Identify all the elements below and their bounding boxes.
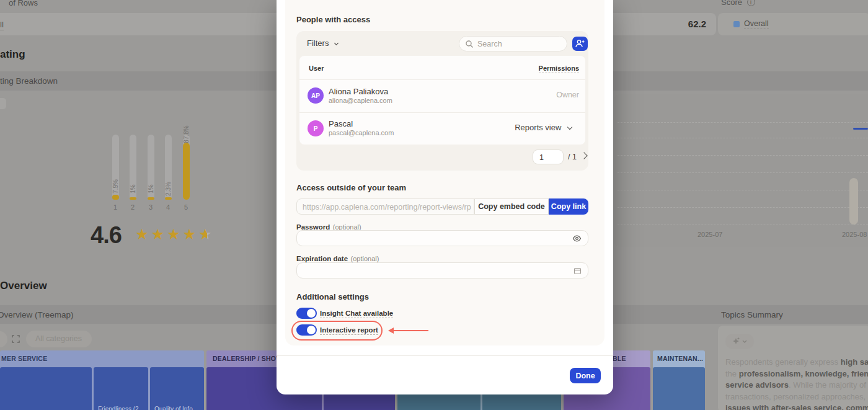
treemap-block[interactable] bbox=[0, 367, 92, 410]
star-icon: ★★★★ bbox=[135, 226, 198, 243]
topics-text-line: transactions, personalized approaches, a… bbox=[725, 391, 868, 403]
chevron-down-icon bbox=[334, 41, 339, 45]
bar-fill bbox=[112, 195, 119, 200]
avatar: AP bbox=[308, 87, 324, 104]
page-total: / 1 bbox=[568, 153, 577, 161]
insight-chat-toggle[interactable] bbox=[296, 308, 317, 319]
user-name: Pascal bbox=[329, 119, 353, 128]
info-icon: i bbox=[747, 0, 755, 6]
topics-summary-text: Respondents generally express high satis… bbox=[725, 357, 868, 410]
access-outside-heading: Access outside of your team bbox=[296, 183, 406, 192]
bar-tick-label: 5 bbox=[180, 203, 192, 211]
bar-tick-label: 2 bbox=[126, 203, 139, 211]
gridline bbox=[618, 225, 868, 225]
permission-static: Owner bbox=[556, 91, 579, 99]
trend-hover-bar bbox=[849, 178, 858, 225]
topics-text-line: issues with after-sales service, communi… bbox=[725, 403, 868, 410]
annotation-arrow-head bbox=[388, 328, 394, 334]
column-header-user: User bbox=[309, 65, 324, 72]
filters-dropdown[interactable]: Filters bbox=[307, 38, 338, 48]
ai-summary-button[interactable] bbox=[725, 334, 754, 349]
annotation-arrow bbox=[393, 330, 428, 331]
cut-control-button[interactable] bbox=[0, 331, 7, 347]
all-categories-dropdown[interactable]: All categories bbox=[26, 331, 92, 347]
permission-dropdown[interactable]: Reports view bbox=[515, 123, 572, 132]
score-value: 62.2 bbox=[688, 19, 706, 29]
bar-value-label: 87.8% bbox=[183, 125, 190, 143]
rating-heading: ating bbox=[0, 48, 25, 61]
fullscreen-button[interactable] bbox=[9, 332, 23, 346]
overview-heading: Overview bbox=[0, 280, 47, 292]
user-email: aliona@caplena.com bbox=[329, 97, 392, 104]
chevron-down-icon bbox=[567, 125, 572, 130]
table-row: P Pascal pascal@caplena.com Reports view bbox=[299, 112, 585, 145]
search-placeholder: Search bbox=[477, 40, 502, 48]
user-name: Aliona Paliakova bbox=[329, 87, 388, 96]
add-user-button[interactable] bbox=[572, 37, 588, 51]
share-link-input[interactable]: https://app.caplena.com/reporting/report… bbox=[296, 198, 474, 215]
bar-value-label: 1% bbox=[148, 184, 154, 193]
annotation-highlight-box bbox=[291, 321, 383, 341]
expiration-date-input[interactable] bbox=[296, 262, 588, 279]
bar-fill bbox=[130, 197, 136, 200]
fullscreen-icon bbox=[9, 332, 23, 346]
avatar: P bbox=[308, 120, 324, 136]
legend-card: Overall bbox=[718, 13, 868, 35]
bar-fill bbox=[165, 197, 172, 200]
bar-track: 87.8% bbox=[183, 135, 190, 200]
user-email: pascal@caplena.com bbox=[329, 129, 394, 136]
calendar-icon[interactable] bbox=[574, 267, 582, 275]
bar-value-label: 2.3% bbox=[165, 182, 172, 196]
treemap-group-customer-service[interactable]: MER SERVICE Friendliness (2... Quality o… bbox=[0, 350, 204, 410]
add-user-icon bbox=[572, 37, 588, 51]
eye-icon[interactable] bbox=[572, 234, 582, 243]
legend-swatch bbox=[733, 21, 740, 27]
topics-text-line: the professionalism, knowledge, friendli… bbox=[725, 368, 868, 380]
topics-text-line: service advisors. While the majority of … bbox=[725, 380, 868, 391]
gridline bbox=[618, 138, 868, 138]
x-tick-2025-08: 2025-08 bbox=[842, 231, 867, 238]
bar-track: 1% bbox=[130, 135, 136, 200]
treemap-block[interactable] bbox=[653, 367, 705, 410]
password-input[interactable] bbox=[296, 230, 588, 246]
rating-panel-title: ting Breakdown bbox=[0, 76, 58, 86]
rating-bar-chart: 7.9%11%21%32.3%487.8%5 bbox=[0, 91, 273, 215]
treemap-block[interactable]: Quality of Info... bbox=[150, 367, 204, 410]
next-page-button[interactable] bbox=[580, 152, 587, 159]
gridline bbox=[618, 155, 868, 156]
bar-fill bbox=[148, 197, 154, 200]
copy-embed-code-button[interactable]: Copy embed code bbox=[474, 198, 549, 215]
gridline bbox=[618, 207, 868, 208]
divider bbox=[277, 355, 613, 356]
page-number-input[interactable]: 1 bbox=[533, 149, 564, 164]
treemap-block[interactable]: Friendliness (2... bbox=[94, 367, 148, 410]
treemap-group-maintenance[interactable]: MAINTENAN... bbox=[653, 350, 705, 410]
column-header-permissions: Permissions bbox=[539, 65, 579, 73]
legend-item-overall[interactable]: Overall bbox=[744, 19, 769, 29]
column-header-rows: of Rows bbox=[9, 0, 38, 7]
row-label-all[interactable]: ll bbox=[0, 20, 4, 30]
gridline bbox=[618, 190, 868, 190]
bar-tick-label: 4 bbox=[162, 203, 174, 211]
bar-track: 1% bbox=[148, 135, 154, 200]
treemap-panel-title: Overview (Treemap) bbox=[0, 310, 74, 319]
copy-link-button[interactable]: Copy link bbox=[549, 198, 588, 215]
done-button[interactable]: Done bbox=[570, 368, 601, 383]
gridline bbox=[618, 122, 868, 123]
people-card: Filters Search User Permissions AP bbox=[296, 31, 588, 171]
topics-text-line: Respondents generally express high satis… bbox=[725, 357, 868, 368]
column-header-score: Score i bbox=[721, 0, 755, 7]
share-report-modal: People with access Filters Search User bbox=[277, 0, 613, 394]
star-rating: ★★★★★★ bbox=[135, 227, 215, 242]
rating-average: 4.6 bbox=[91, 222, 122, 249]
people-with-access-heading: People with access bbox=[296, 15, 370, 24]
insight-chat-toggle-label: Insight Chat available bbox=[320, 310, 393, 318]
share-link-group: https://app.caplena.com/reporting/report… bbox=[296, 198, 588, 215]
search-input[interactable]: Search bbox=[459, 36, 567, 51]
star-half-icon: ★★ bbox=[198, 227, 215, 242]
additional-settings-heading: Additional settings bbox=[296, 292, 369, 301]
search-icon bbox=[465, 40, 474, 48]
bar-value-label: 1% bbox=[130, 184, 136, 193]
bar-value-label: 7.9% bbox=[112, 179, 119, 194]
x-tick-2025-07: 2025-07 bbox=[698, 231, 722, 238]
